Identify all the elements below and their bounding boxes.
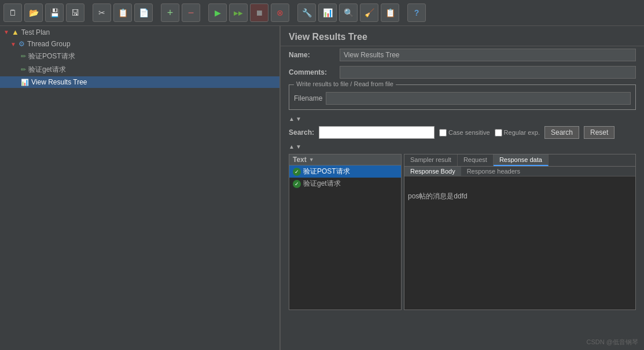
main-layout: ▼ ▲ Test Plan ▼ ⚙ Thread Group ✏ 验证POST请…	[0, 26, 644, 350]
case-sensitive-checkbox[interactable]: Case sensitive	[439, 129, 490, 137]
tab-responsedata[interactable]: Response data	[494, 154, 549, 166]
tree-item-testplan[interactable]: ▼ ▲ Test Plan	[0, 26, 279, 38]
success-icon-1: ✓	[293, 180, 301, 188]
text-column-header: Text ▼	[289, 154, 401, 165]
collapse-arrow2-down-icon: ▼	[296, 143, 301, 150]
results-icon: 📊	[21, 79, 29, 86]
toolbar: 🗒 📂 💾 🖫 ✂ 📋 📄 + − ▶ ▶▶ ⏹ ⊗ 🔧 📊 🔍 🧹 📋 ?	[0, 0, 644, 26]
search-input[interactable]	[319, 126, 435, 139]
results-list-panel: Text ▼ ✓ 验证POST请求 ✓ 验证get请求	[289, 154, 402, 310]
results-container: Text ▼ ✓ 验证POST请求 ✓ 验证get请求	[289, 154, 636, 310]
result-label-1: 验证get请求	[303, 179, 341, 189]
tab-request[interactable]: Request	[458, 154, 494, 166]
request-icon: ✏	[21, 66, 26, 73]
tabs-header: Sampler result Request Response data	[404, 154, 635, 167]
help-button[interactable]: ?	[407, 3, 426, 22]
filename-label: Filename	[294, 94, 322, 102]
right-panel: View Results Tree Name: Comments: Write …	[281, 26, 644, 350]
tree-item-request2[interactable]: ✏ 验证get请求	[0, 63, 279, 76]
panel-title: View Results Tree	[281, 26, 644, 46]
collapse-bar-2[interactable]: ▲ ▼	[281, 141, 644, 152]
search-row: Search: Case sensitive Regular exp. Sear…	[281, 124, 644, 141]
text-column-label: Text	[293, 156, 307, 164]
file-section-title: Write results to file / Read from file	[294, 80, 396, 87]
script-button[interactable]: 🔧	[297, 3, 316, 22]
tree-item-label: Test Plan	[21, 28, 50, 36]
search-button[interactable]: 🔍	[339, 3, 358, 22]
name-input[interactable]	[340, 49, 636, 61]
reset-button[interactable]: Reset	[584, 126, 614, 139]
response-text: pos帖的消息是ddfd	[408, 191, 632, 201]
comments-label: Comments:	[289, 68, 335, 76]
tree-item-label: Thread Group	[27, 40, 71, 48]
comments-row: Comments:	[281, 64, 644, 81]
watermark: CSDN @低音钢琴	[587, 338, 638, 347]
collapse-arrow-down-icon: ▼	[296, 116, 301, 122]
open-button[interactable]: 📂	[24, 3, 43, 22]
file-section: Write results to file / Read from file F…	[289, 84, 636, 110]
name-label: Name:	[289, 51, 335, 59]
collapse-arrow2-up-icon: ▲	[289, 143, 295, 150]
result-item-1[interactable]: ✓ 验证get请求	[289, 178, 401, 190]
cut-button[interactable]: ✂	[93, 3, 111, 22]
case-sensitive-label: Case sensitive	[448, 129, 490, 136]
paste-button[interactable]: 📄	[134, 3, 153, 22]
triangle-icon: ▼	[3, 29, 9, 35]
triangle-icon: ▼	[10, 41, 16, 47]
shutdown-button[interactable]: ⊗	[271, 3, 289, 22]
filename-row: Filename	[294, 92, 631, 105]
stop-button[interactable]: ⏹	[250, 3, 268, 22]
new-button[interactable]: 🗒	[3, 3, 22, 22]
result-label-0: 验证POST请求	[303, 167, 350, 176]
testplan-icon: ▲	[12, 28, 19, 36]
tree-item-label: 验证get请求	[28, 65, 66, 75]
saveall-button[interactable]: 🖫	[66, 3, 84, 22]
comments-input[interactable]	[340, 66, 636, 79]
tree-item-label: View Results Tree	[31, 78, 87, 86]
sub-tabs: Response Body Response headers	[404, 167, 635, 176]
response-content: pos帖的消息是ddfd	[404, 176, 635, 310]
save-button[interactable]: 💾	[45, 3, 64, 22]
search-label: Search:	[289, 128, 314, 137]
search-action-button[interactable]: Search	[544, 126, 579, 139]
sub-tab-responseheaders[interactable]: Response headers	[461, 167, 526, 176]
dropdown-arrow-icon: ▼	[309, 157, 314, 163]
start-nopauses-button[interactable]: ▶▶	[229, 3, 248, 22]
result-item-0[interactable]: ✓ 验证POST请求	[289, 165, 401, 178]
report-button[interactable]: 📊	[318, 3, 337, 22]
add-button[interactable]: +	[161, 3, 179, 22]
regular-exp-checkbox[interactable]: Regular exp.	[495, 129, 540, 137]
regular-exp-label: Regular exp.	[504, 129, 540, 136]
request-icon: ✏	[21, 53, 26, 60]
collapse-arrow-up-icon: ▲	[289, 116, 295, 122]
name-row: Name:	[281, 46, 644, 64]
sub-tab-responsebody[interactable]: Response Body	[404, 167, 461, 176]
tree-item-viewresults[interactable]: 📊 View Results Tree	[0, 76, 279, 88]
copy-button[interactable]: 📋	[113, 3, 132, 22]
remove-button[interactable]: −	[182, 3, 200, 22]
results-detail-panel: Sampler result Request Response data Res…	[404, 154, 636, 310]
success-icon-0: ✓	[293, 168, 301, 176]
filename-input[interactable]	[326, 92, 631, 105]
tree-panel: ▼ ▲ Test Plan ▼ ⚙ Thread Group ✏ 验证POST请…	[0, 26, 281, 350]
clearall-button[interactable]: 📋	[381, 3, 399, 22]
clear-button[interactable]: 🧹	[360, 3, 378, 22]
threadgroup-icon: ⚙	[19, 40, 25, 48]
tree-item-threadgroup[interactable]: ▼ ⚙ Thread Group	[0, 38, 279, 50]
tree-item-request1[interactable]: ✏ 验证POST请求	[0, 50, 279, 63]
tab-sampler[interactable]: Sampler result	[404, 154, 458, 166]
start-button[interactable]: ▶	[208, 3, 227, 22]
collapse-bar-1[interactable]: ▲ ▼	[281, 113, 644, 124]
tree-item-label: 验证POST请求	[28, 51, 75, 61]
